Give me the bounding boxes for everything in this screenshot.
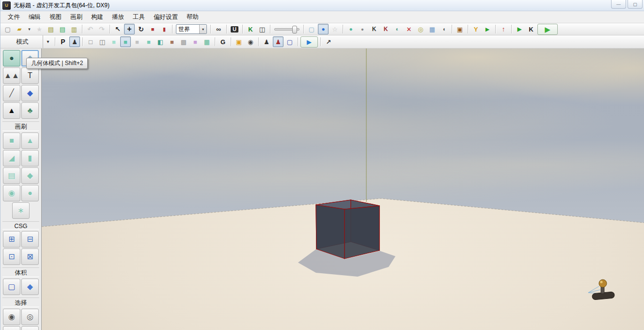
kismet-debug-button[interactable]: K — [526, 24, 536, 34]
eye-visibility-button[interactable]: ◉ — [245, 36, 256, 47]
play-in-viewport-button[interactable]: ▶ — [514, 24, 525, 34]
region-square-button[interactable]: ▢ — [284, 36, 295, 47]
mute-actors-toggle[interactable]: ✕ — [404, 24, 414, 34]
viewport-3d[interactable] — [42, 49, 644, 330]
content-browser-button[interactable]: U — [229, 24, 240, 34]
speaker-toggle[interactable]: ◖ — [439, 24, 449, 34]
camera-mode-button[interactable]: ● — [3, 50, 20, 66]
csg-subtract-button[interactable]: ⊟ — [21, 231, 39, 248]
volumetric-brush-button[interactable]: ∗ — [12, 202, 30, 219]
translucent-selection-toggle[interactable]: ● — [318, 24, 329, 34]
menu-item-3[interactable]: 视图 — [45, 12, 66, 23]
lock-selection-button[interactable]: ▣ — [234, 36, 244, 47]
game-input-joystick-button[interactable]: ♟ — [69, 36, 80, 47]
menu-item-7[interactable]: 工具 — [128, 12, 149, 23]
stairs-brush-button[interactable]: ▤ — [3, 167, 20, 184]
viewmode-texture-density-button[interactable]: ■ — [167, 36, 177, 47]
scale-nonuniform-button[interactable]: ▮ — [159, 24, 170, 34]
grid-matrix-toggle[interactable]: ▦ — [427, 24, 438, 34]
mobile-play-button[interactable]: ▶ — [482, 24, 493, 34]
sphere-light-toggle[interactable]: ◐ — [392, 24, 403, 34]
modes-collapse-arrow[interactable]: ▾ — [44, 36, 52, 47]
spiral-stairs-brush-button[interactable]: ◉ — [3, 185, 20, 201]
menu-item-6[interactable]: 播放 — [108, 12, 128, 23]
play-test-joystick-button[interactable]: ♟ — [261, 36, 272, 47]
viewmode-lit-cubes-button[interactable]: ▦ — [202, 36, 212, 47]
foliage-mode-button[interactable]: ♣ — [21, 102, 39, 119]
sheet-brush-button[interactable]: ◆ — [21, 167, 39, 184]
cone-brush-button[interactable]: ▲ — [21, 132, 39, 149]
csg-add-button[interactable]: ⊞ — [3, 231, 20, 248]
add-special-volume-button[interactable]: ◆ — [21, 279, 39, 295]
sphere-brush-button[interactable]: ● — [21, 185, 39, 201]
play-in-viewport-blue-button[interactable]: ▶ — [300, 36, 318, 48]
save-button[interactable]: ▤ — [46, 24, 56, 34]
favorite-star-button[interactable]: ★ — [34, 24, 45, 34]
kline-black-toggle[interactable]: K — [369, 24, 379, 34]
redo-button[interactable]: ↷ — [96, 24, 107, 34]
show-selected-button[interactable]: ◉ — [3, 309, 20, 325]
mobile-deploy-button[interactable]: ↑ — [498, 24, 509, 34]
mobile-emulation-toggle[interactable]: ▣ — [455, 24, 465, 34]
mobile-key-button[interactable]: Y — [471, 24, 481, 34]
lightbulb-eye-toggle[interactable]: ◎ — [415, 24, 426, 34]
realtime-sphere-toggle[interactable]: ● — [346, 24, 356, 34]
menu-item-4[interactable]: 画刷 — [66, 12, 87, 23]
mobile-preview-joystick-button[interactable]: ♟ — [273, 36, 283, 47]
static-mesh-mode-button[interactable]: ◆ — [21, 85, 39, 101]
menu-item-2[interactable]: 编辑 — [24, 12, 45, 23]
matinee-button[interactable]: ◫ — [257, 24, 267, 34]
menu-item-9[interactable]: 帮助 — [182, 12, 203, 23]
play-level-button[interactable]: ▶ — [537, 24, 558, 35]
viewmode-light-complexity-button[interactable]: ◧ — [155, 36, 166, 47]
viewmode-wireframe-button[interactable]: □ — [85, 36, 96, 47]
coordinate-system-dropdown[interactable]: 世界▾ — [176, 24, 207, 34]
kline-red-toggle[interactable]: K — [380, 24, 391, 34]
viewmode-lighting-only-button[interactable]: ■ — [143, 36, 154, 47]
cylinder-brush-button[interactable]: ▮ — [21, 150, 39, 166]
save-all-button[interactable]: ▥ — [69, 24, 79, 34]
landscape-mode-button[interactable]: ▲ — [3, 102, 20, 119]
menu-item-1[interactable]: 文件 — [3, 12, 24, 23]
detach-popup-button[interactable]: ↗ — [323, 36, 334, 47]
scale-tool-button[interactable]: ■ — [147, 24, 158, 34]
puzzle-p-button[interactable]: P — [58, 36, 68, 47]
rotate-tool-button[interactable]: ↻ — [136, 24, 146, 34]
translate-tool-button[interactable]: + — [124, 24, 135, 34]
slider-thumb[interactable] — [292, 26, 297, 33]
csg-deintersect-button[interactable]: ⊠ — [21, 248, 39, 265]
save-modified-button[interactable]: ▤ — [57, 24, 68, 34]
viewmode-detail-lighting-button[interactable]: ■ — [132, 36, 142, 47]
find-actors-button[interactable]: ∞ — [213, 24, 224, 34]
open-recent-dropdown-arrow[interactable]: ▾ — [26, 24, 33, 34]
cube-brush-button[interactable]: ■ — [3, 132, 20, 149]
curved-stairs-brush-button[interactable]: ◢ — [3, 150, 20, 166]
viewmode-lightmap-density-button[interactable]: ■ — [190, 36, 201, 47]
menu-item-5[interactable]: 构建 — [87, 12, 108, 23]
select-check-button[interactable]: ✓ — [21, 326, 39, 330]
csg-intersect-button[interactable]: ⊡ — [3, 248, 20, 265]
texture-align-mode-button[interactable]: T — [21, 67, 39, 84]
viewmode-lit-button[interactable]: ■ — [120, 36, 131, 47]
new-level-button[interactable]: ▢ — [2, 24, 13, 34]
terrain-mode-button[interactable]: ▲▲ — [3, 67, 20, 84]
viewmode-unlit-button[interactable]: ■ — [109, 36, 119, 47]
viewmode-brushwire-button[interactable]: ◫ — [97, 36, 108, 47]
translucency-toggle[interactable]: ▢ — [306, 24, 317, 34]
game-view-g-button[interactable]: G — [218, 36, 228, 47]
select-tool-button[interactable]: ↖ — [112, 24, 123, 34]
minimize-button[interactable]: — — [611, 0, 626, 9]
socket-snap-toggle[interactable]: • — [357, 24, 368, 34]
open-level-button[interactable]: ▰ — [14, 24, 25, 34]
maximize-button[interactable]: ▢ — [628, 0, 643, 9]
hide-selected-button[interactable]: ◎ — [21, 309, 39, 325]
camera-speed-slider[interactable] — [274, 25, 299, 33]
mesh-paint-mode-button[interactable]: ╱ — [3, 85, 20, 101]
select-builder-button[interactable]: ◩ — [3, 326, 20, 330]
undo-button[interactable]: ↶ — [85, 24, 95, 34]
menu-item-8[interactable]: 偏好设置 — [149, 12, 182, 23]
viewmode-shader-complexity-button[interactable]: ▩ — [178, 36, 189, 47]
add-volume-button[interactable]: ▢ — [3, 279, 20, 295]
favorite-star2-button[interactable]: ☆ — [330, 24, 340, 34]
kismet-button[interactable]: K — [245, 24, 256, 34]
